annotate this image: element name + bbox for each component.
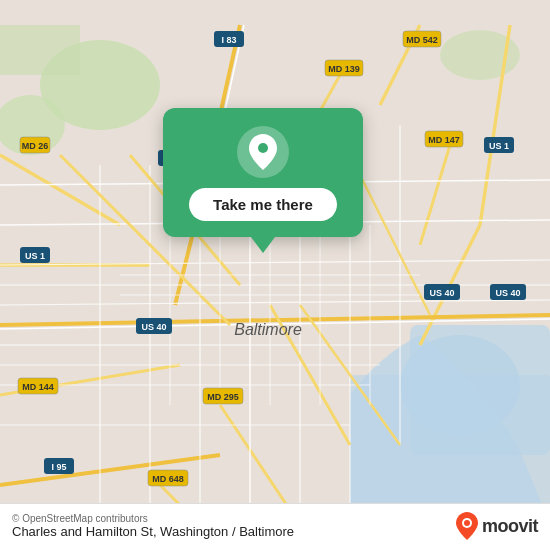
svg-text:MD 139: MD 139 bbox=[328, 64, 360, 74]
attribution-text: © OpenStreetMap contributors bbox=[12, 513, 294, 524]
location-icon-wrapper bbox=[237, 126, 289, 178]
svg-point-83 bbox=[258, 143, 268, 153]
svg-text:US 40: US 40 bbox=[429, 288, 454, 298]
svg-text:MD 144: MD 144 bbox=[22, 382, 54, 392]
svg-text:I 83: I 83 bbox=[221, 35, 236, 45]
bottom-bar: © OpenStreetMap contributors Charles and… bbox=[0, 503, 550, 550]
svg-text:MD 542: MD 542 bbox=[406, 35, 438, 45]
svg-text:MD 648: MD 648 bbox=[152, 474, 184, 484]
svg-text:MD 26: MD 26 bbox=[22, 141, 49, 151]
take-me-there-button[interactable]: Take me there bbox=[189, 188, 337, 221]
svg-text:US 40: US 40 bbox=[495, 288, 520, 298]
moovit-brand-text: moovit bbox=[482, 516, 538, 537]
svg-text:US 40: US 40 bbox=[141, 322, 166, 332]
svg-text:MD 147: MD 147 bbox=[428, 135, 460, 145]
bottom-info: © OpenStreetMap contributors Charles and… bbox=[12, 513, 294, 539]
svg-text:MD 295: MD 295 bbox=[207, 392, 239, 402]
svg-text:I 95: I 95 bbox=[51, 462, 66, 472]
svg-text:Baltimore: Baltimore bbox=[234, 321, 302, 338]
map-background: Baltimore I 83 MD 542 MD 139 MD 26 I 83 … bbox=[0, 0, 550, 550]
location-pin-icon bbox=[248, 134, 278, 170]
svg-text:US 1: US 1 bbox=[25, 251, 45, 261]
moovit-pin-icon bbox=[456, 512, 478, 540]
map-container: Baltimore I 83 MD 542 MD 139 MD 26 I 83 … bbox=[0, 0, 550, 550]
svg-text:US 1: US 1 bbox=[489, 141, 509, 151]
popup-card: Take me there bbox=[163, 108, 363, 237]
svg-point-85 bbox=[464, 520, 470, 526]
location-name: Charles and Hamilton St, Washington / Ba… bbox=[12, 524, 294, 539]
svg-rect-3 bbox=[0, 25, 80, 75]
moovit-logo: moovit bbox=[456, 512, 538, 540]
